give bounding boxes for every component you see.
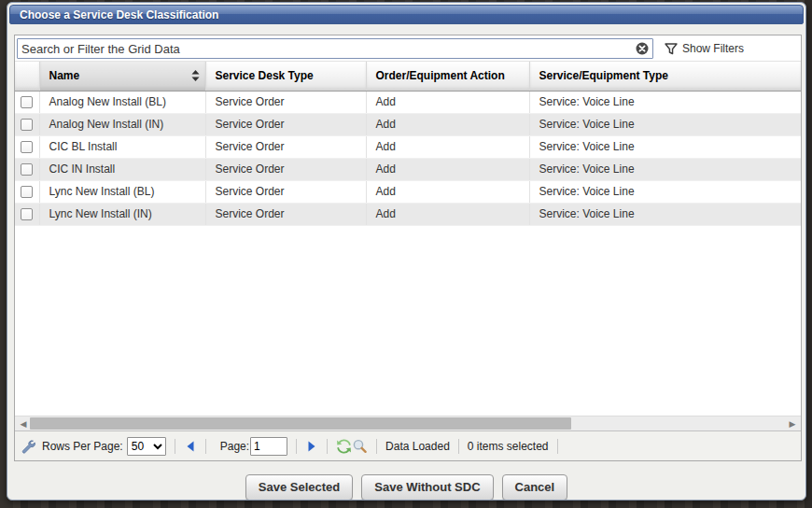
toolbar-separator (296, 439, 297, 454)
grid-panel: Show Filters Name (14, 35, 802, 461)
scrollbar-thumb[interactable] (30, 417, 571, 430)
clear-search-icon[interactable] (636, 42, 649, 55)
cell-service-desk-type[interactable]: Service Order (205, 135, 366, 158)
save-without-sdc-button[interactable]: Save Without SDC (361, 474, 493, 501)
cell-service-desk-type[interactable]: Service Order (205, 113, 366, 135)
page-number-input[interactable] (250, 437, 287, 456)
search-input-wrap (17, 38, 653, 59)
cell-name[interactable]: Lync New Install (BL) (39, 180, 205, 203)
table-row[interactable]: Lync New Install (BL) Service Order Add … (15, 180, 801, 203)
data-loaded-status: Data Loaded (385, 440, 450, 453)
dialog-titlebar[interactable]: Choose a Service Desk Classification (9, 5, 804, 24)
scroll-right-arrow-icon[interactable]: ▶ (786, 416, 799, 430)
cell-service-equipment-type[interactable]: Service: Voice Line (529, 158, 801, 180)
magnifier-icon[interactable] (352, 439, 368, 454)
table-row[interactable]: CIC BL Install Service Order Add Service… (15, 135, 801, 158)
column-header-service-equipment-type[interactable]: Service/Equipment Type (529, 62, 801, 91)
row-checkbox-cell (15, 180, 39, 203)
column-header-order-equipment-action[interactable]: Order/Equipment Action (366, 62, 529, 91)
rows-per-page-label: Rows Per Page: (42, 440, 123, 453)
cell-order-equipment-action[interactable]: Add (366, 113, 529, 135)
cell-name[interactable]: Analog New Install (IN) (39, 113, 205, 135)
row-checkbox[interactable] (21, 208, 33, 220)
toolbar-separator (175, 439, 175, 454)
dialog-choose-sdc: Choose a Service Desk Classification Sho… (7, 2, 806, 501)
cell-order-equipment-action[interactable]: Add (366, 135, 529, 158)
cancel-button[interactable]: Cancel (502, 474, 568, 501)
save-selected-button[interactable]: Save Selected (245, 474, 353, 501)
cell-name[interactable]: CIC IN Install (39, 158, 205, 180)
cell-service-desk-type[interactable]: Service Order (205, 91, 366, 113)
table-row[interactable]: CIC IN Install Service Order Add Service… (15, 158, 801, 180)
cell-service-equipment-type[interactable]: Service: Voice Line (529, 135, 801, 158)
toolbar-separator (327, 439, 328, 454)
grid-empty-area (15, 226, 801, 416)
column-header-name[interactable]: Name (39, 62, 205, 91)
toolbar-separator (376, 439, 377, 454)
horizontal-scrollbar[interactable]: ◀ ▶ (15, 416, 801, 430)
page-backdrop: Choose a Service Desk Classification Sho… (0, 0, 812, 508)
items-selected-count: 0 items selected (468, 440, 549, 453)
row-checkbox[interactable] (21, 141, 33, 153)
search-bar: Show Filters (15, 35, 801, 62)
wrench-icon[interactable] (21, 439, 36, 454)
row-checkbox-cell (15, 158, 39, 180)
cell-service-desk-type[interactable]: Service Order (205, 158, 366, 180)
row-checkbox[interactable] (21, 163, 33, 176)
table-header-row: Name Service Desk Type Order/Equi (15, 62, 801, 91)
page-label: Page: (220, 440, 249, 453)
dialog-footer: Save Selected Save Without SDC Cancel (7, 474, 805, 501)
header-checkbox-spacer (15, 62, 39, 91)
pagination-toolbar: Rows Per Page: 50 Page: (15, 430, 801, 460)
show-filters-label: Show Filters (682, 42, 744, 55)
sort-arrows-icon[interactable] (191, 70, 200, 81)
row-checkbox[interactable] (21, 186, 33, 198)
row-checkbox-cell (15, 113, 39, 135)
prev-page-icon[interactable] (184, 440, 197, 453)
row-checkbox-cell (15, 203, 39, 225)
cell-name[interactable]: CIC BL Install (39, 135, 205, 158)
cell-order-equipment-action[interactable]: Add (366, 180, 529, 203)
table-row[interactable]: Lync New Install (IN) Service Order Add … (15, 203, 801, 225)
table-row[interactable]: Analog New Install (BL) Service Order Ad… (15, 91, 801, 113)
row-checkbox-cell (15, 91, 39, 113)
show-filters-button[interactable]: Show Filters (665, 42, 744, 55)
row-checkbox-cell (15, 135, 39, 158)
row-checkbox[interactable] (21, 96, 33, 108)
toolbar-separator (205, 439, 206, 454)
rows-per-page-select[interactable]: 50 (127, 437, 166, 456)
cell-order-equipment-action[interactable]: Add (366, 91, 529, 113)
cell-service-equipment-type[interactable]: Service: Voice Line (529, 203, 801, 225)
refresh-icon[interactable] (336, 439, 352, 454)
funnel-icon (665, 43, 678, 55)
cell-name[interactable]: Analog New Install (BL) (39, 91, 205, 113)
cell-order-equipment-action[interactable]: Add (366, 158, 529, 180)
toolbar-separator (458, 439, 459, 454)
cell-service-equipment-type[interactable]: Service: Voice Line (529, 91, 801, 113)
column-header-service-desk-type[interactable]: Service Desk Type (205, 62, 366, 91)
cell-service-equipment-type[interactable]: Service: Voice Line (529, 113, 801, 135)
dialog-title: Choose a Service Desk Classification (20, 8, 218, 21)
table-row[interactable]: Analog New Install (IN) Service Order Ad… (15, 113, 801, 135)
cell-service-desk-type[interactable]: Service Order (205, 203, 366, 225)
toolbar-separator (557, 439, 558, 454)
scroll-left-arrow-icon[interactable]: ◀ (17, 416, 30, 430)
row-checkbox[interactable] (21, 119, 33, 131)
cell-name[interactable]: Lync New Install (IN) (39, 203, 205, 225)
search-input[interactable] (17, 38, 653, 59)
cell-service-equipment-type[interactable]: Service: Voice Line (529, 180, 801, 203)
cell-order-equipment-action[interactable]: Add (366, 203, 529, 225)
sdc-table: Name Service Desk Type Order/Equi (15, 62, 801, 226)
cell-service-desk-type[interactable]: Service Order (205, 180, 366, 203)
next-page-icon[interactable] (305, 440, 318, 453)
